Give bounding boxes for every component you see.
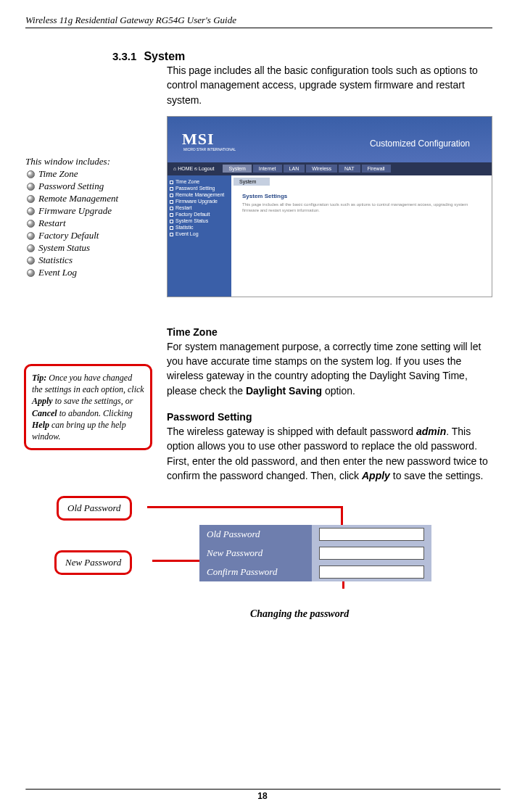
menu-item[interactable]: Factory Default — [170, 211, 229, 218]
sidebar-item-label: Remote Management — [38, 193, 118, 204]
sidebar-item-label: Factory Default — [38, 230, 99, 241]
menu-item[interactable]: Event Log — [170, 231, 229, 237]
content-description: This page includes all the basic configu… — [231, 202, 492, 214]
sidebar-item-label: Restart — [38, 218, 66, 229]
nav-bar: ⌂ HOME ⎋ Logout System Internet LAN Wire… — [168, 162, 492, 175]
menu-item[interactable]: Password Setting — [170, 185, 229, 191]
section-number: 3.3.1 — [112, 50, 136, 62]
content-tab[interactable]: System — [233, 178, 270, 186]
section-heading: 3.3.1 System — [112, 50, 492, 63]
bullet-icon — [25, 170, 36, 178]
password-heading: Password Setting — [167, 411, 492, 423]
menu-item[interactable]: Restart — [170, 204, 229, 211]
sidebar-item-label: Password Setting — [38, 181, 104, 192]
bullet-icon — [25, 244, 36, 252]
nav-tab-internet[interactable]: Internet — [253, 165, 282, 173]
left-menu: Time Zone Password Setting Remote Manage… — [168, 175, 231, 297]
config-screenshot: MSI MICRO STAR INTERNATIONAL Customized … — [167, 116, 492, 297]
confirm-password-input[interactable] — [319, 566, 424, 579]
nav-tab-nat[interactable]: NAT — [339, 165, 360, 173]
menu-item[interactable]: Remote Management — [170, 191, 229, 198]
old-password-input[interactable] — [319, 528, 424, 541]
diagram-caption: Changing the password — [250, 608, 349, 620]
confirm-password-label: Confirm Password — [199, 563, 312, 581]
menu-item[interactable]: System Status — [170, 218, 229, 224]
new-password-label: New Password — [199, 544, 312, 563]
msi-logo: MSI — [182, 130, 215, 149]
page-number: 18 — [257, 791, 267, 801]
sidebar-item-label: Time Zone — [38, 168, 78, 180]
nav-tab-wireless[interactable]: Wireless — [306, 165, 337, 173]
new-password-callout: New Password — [54, 550, 132, 575]
nav-home[interactable]: ⌂ HOME ⎋ Logout — [173, 166, 214, 171]
tip-label: Tip: — [32, 373, 46, 383]
sidebar-item-label: System Status — [38, 242, 90, 254]
msi-banner: MSI MICRO STAR INTERNATIONAL Customized … — [168, 117, 492, 162]
menu-item[interactable]: Firmware Upgrade — [170, 198, 229, 204]
window-includes-list: This window includes: Time Zone Password… — [25, 116, 167, 297]
menu-item[interactable]: Time Zone — [170, 178, 229, 185]
bullet-icon — [25, 257, 36, 264]
bullet-icon — [25, 220, 36, 227]
banner-label: Customized Configuration — [370, 138, 470, 149]
bullet-icon — [25, 269, 36, 276]
nav-tab-lan[interactable]: LAN — [284, 165, 305, 173]
sidebar-item-label: Event Log — [38, 267, 77, 278]
tip-callout: Tip: Once you have changed the settings … — [24, 364, 152, 450]
section-title: System — [144, 50, 185, 63]
bullet-icon — [25, 183, 36, 190]
nav-tab-system[interactable]: System — [223, 165, 251, 173]
page-header: Wireless 11g Residential Gateway RG54G U… — [25, 14, 492, 28]
new-password-input[interactable] — [319, 547, 424, 560]
content-pane: System System Settings This page include… — [231, 175, 492, 297]
msi-logo-subtitle: MICRO STAR INTERNATIONAL — [183, 147, 236, 152]
timezone-text: For system management purpose, a correct… — [167, 339, 492, 398]
password-form-image: Old Password New Password Confirm Passwo… — [199, 525, 431, 581]
timezone-heading: Time Zone — [167, 326, 492, 338]
connector-line — [147, 506, 343, 508]
old-password-label: Old Password — [199, 525, 312, 544]
old-password-callout: Old Password — [57, 496, 132, 521]
bullet-icon — [25, 195, 36, 202]
sidebar-intro: This window includes: — [25, 156, 167, 167]
bullet-icon — [25, 232, 36, 239]
nav-tab-firewall[interactable]: Firewall — [362, 165, 391, 173]
menu-item[interactable]: Statistic — [170, 224, 229, 231]
sidebar-item-label: Firmware Upgrade — [38, 205, 112, 217]
password-diagram: Old Password New Password Old Password N… — [25, 496, 492, 626]
content-title: System Settings — [231, 193, 492, 199]
password-text: The wireless gateway is shipped with def… — [167, 424, 492, 483]
bullet-icon — [25, 207, 36, 215]
sidebar-item-label: Statistics — [38, 254, 73, 266]
section-intro-text: This page includes all the basic configu… — [167, 63, 492, 107]
